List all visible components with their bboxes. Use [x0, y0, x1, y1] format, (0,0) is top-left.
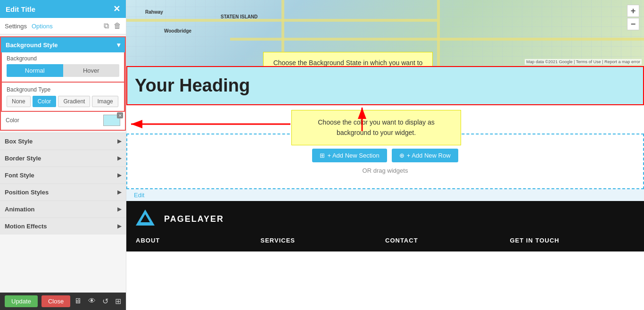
- color-label: Color: [6, 117, 19, 124]
- collapsible-sections: Box Style ▶ Border Style ▶ Font Style ▶ …: [0, 133, 126, 293]
- background-state-buttons: Normal Hover: [7, 64, 119, 77]
- logo-triangle-inner: [140, 214, 150, 222]
- font-style-label: Font Style: [5, 172, 34, 179]
- box-style-section[interactable]: Box Style ▶: [0, 133, 126, 150]
- chevron-down-icon: ▾: [117, 41, 120, 49]
- edit-link[interactable]: Edit: [130, 190, 148, 200]
- border-style-section[interactable]: Border Style ▶: [0, 150, 126, 167]
- background-type-buttons: None Color Gradient Image: [7, 96, 119, 107]
- add-section-buttons: ⊞ + Add New Section ⊕ + Add New Row: [137, 149, 634, 162]
- color-swatch-wrapper: ✕: [103, 115, 120, 126]
- animation-label: Animation: [5, 206, 35, 213]
- history-icon[interactable]: ↺: [102, 297, 108, 306]
- color-clear-icon[interactable]: ✕: [117, 112, 123, 118]
- zoom-in-button[interactable]: +: [627, 5, 639, 17]
- map-copyright: Map data ©2021 Google | Terms of Use | R…: [525, 59, 642, 65]
- network-icon[interactable]: ⊞: [115, 297, 121, 306]
- add-new-section-button[interactable]: ⊞ + Add New Section: [312, 149, 387, 162]
- type-none-button[interactable]: None: [7, 96, 31, 107]
- normal-button[interactable]: Normal: [7, 64, 63, 77]
- background-style-section: Background Style ▾ Background Normal Hov…: [0, 36, 126, 131]
- background-style-header[interactable]: Background Style ▾: [1, 37, 125, 52]
- type-color-button[interactable]: Color: [33, 96, 57, 107]
- hover-button[interactable]: Hover: [63, 64, 120, 77]
- border-style-label: Border Style: [5, 155, 41, 162]
- tooltip-color-choice: Choose the color you want to display as …: [291, 110, 461, 145]
- animation-section[interactable]: Animation ▶: [0, 201, 126, 218]
- close-icon[interactable]: ✕: [113, 4, 120, 14]
- footer-nav-about: ABOUT: [136, 237, 261, 244]
- tooltip2-container: Choose the color you want to display as …: [126, 105, 644, 189]
- chevron-right-icon-2: ▶: [117, 155, 121, 161]
- add-new-row-button[interactable]: ⊕ + Add New Row: [392, 149, 458, 162]
- chevron-right-icon-4: ▶: [117, 189, 121, 195]
- footer-top: PAGELAYER: [126, 201, 644, 237]
- copy-icon[interactable]: ⧉: [104, 22, 109, 30]
- type-gradient-button[interactable]: Gradient: [58, 96, 90, 107]
- sidebar-tabs: Settings Options ⧉ 🗑: [0, 18, 126, 34]
- footer-nav: ABOUT SERVICES CONTACT GET IN TOUCH: [126, 237, 644, 251]
- map-controls: + −: [627, 5, 639, 30]
- edit-link-row: Edit: [126, 189, 644, 201]
- map-label-woodbridge: Woodbridge: [164, 28, 191, 34]
- background-subsection: Background Normal Hover: [1, 52, 125, 83]
- sidebar-header: Edit Title ✕: [0, 0, 126, 18]
- sidebar-title: Edit Title: [6, 5, 35, 13]
- bottom-icons: 🖥 👁 ↺ ⊞: [74, 297, 121, 306]
- footer-brand: PAGELAYER: [164, 214, 224, 224]
- delete-icon[interactable]: 🗑: [114, 22, 121, 30]
- heading-section: Your Heading: [126, 66, 644, 105]
- logo-triangle-outer: [136, 209, 155, 226]
- map-label-rahway: Rahway: [145, 9, 163, 15]
- footer-nav-get-in-touch: GET IN TOUCH: [510, 237, 635, 244]
- background-label: Background: [7, 55, 119, 62]
- tooltip-background-state: Choose the Background State in which you…: [263, 52, 433, 66]
- chevron-right-icon: ▶: [117, 138, 121, 144]
- plus-icon: ⊞: [320, 152, 325, 159]
- main-content: Rahway STATEN ISLAND Woodbridge Google M…: [126, 0, 644, 310]
- or-drag-text: OR drag widgets: [137, 167, 634, 174]
- plus-circle-icon: ⊕: [399, 152, 405, 159]
- type-image-button[interactable]: Image: [92, 96, 118, 107]
- position-styles-section[interactable]: Position Styles ▶: [0, 184, 126, 201]
- tab-options[interactable]: Options: [32, 23, 53, 30]
- footer-logo: [136, 209, 157, 228]
- footer-nav-services: SERVICES: [261, 237, 386, 244]
- position-styles-label: Position Styles: [5, 189, 49, 196]
- chevron-right-icon-3: ▶: [117, 172, 121, 178]
- heading-text: Your Heading: [135, 75, 250, 95]
- zoom-out-button[interactable]: −: [627, 18, 639, 30]
- background-type-label: Background Type: [7, 86, 119, 93]
- close-bottom-button[interactable]: Close: [41, 295, 70, 307]
- box-style-label: Box Style: [5, 138, 33, 145]
- motion-effects-section[interactable]: Motion Effects ▶: [0, 218, 126, 235]
- map-label-staten-island: STATEN ISLAND: [221, 14, 258, 19]
- footer-area: PAGELAYER ABOUT SERVICES CONTACT GET IN …: [126, 201, 644, 251]
- map-area: Rahway STATEN ISLAND Woodbridge Google M…: [126, 0, 644, 66]
- desktop-icon[interactable]: 🖥: [74, 297, 82, 306]
- chevron-right-icon-6: ▶: [117, 223, 121, 229]
- color-row: Color ✕: [1, 112, 125, 130]
- background-type-section: Background Type None Color Gradient Imag…: [1, 83, 125, 112]
- background-style-label: Background Style: [6, 42, 58, 49]
- footer-nav-contact: CONTACT: [385, 237, 510, 244]
- eye-icon[interactable]: 👁: [88, 297, 96, 306]
- sidebar: Edit Title ✕ Settings Options ⧉ 🗑 Backgr…: [0, 0, 126, 310]
- tab-settings[interactable]: Settings: [5, 23, 27, 30]
- sidebar-bottom-toolbar: Update Close 🖥 👁 ↺ ⊞: [0, 293, 126, 310]
- update-button[interactable]: Update: [5, 295, 38, 307]
- motion-effects-label: Motion Effects: [5, 223, 47, 230]
- chevron-right-icon-5: ▶: [117, 206, 121, 212]
- font-style-section[interactable]: Font Style ▶: [0, 167, 126, 184]
